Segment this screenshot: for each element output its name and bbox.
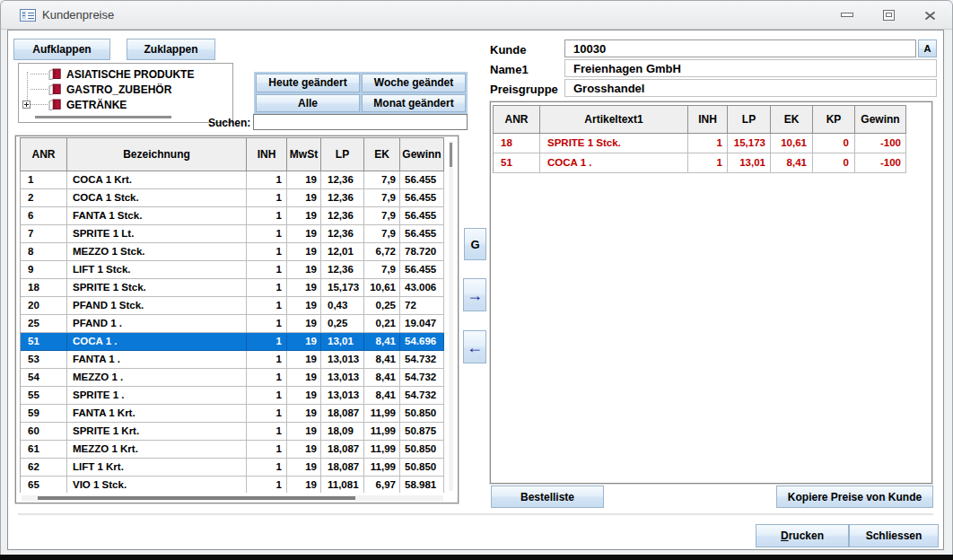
cell-ek: 7,9	[364, 189, 400, 207]
cell-lp: 13,013	[321, 351, 364, 369]
table-row[interactable]: 53 FANTA 1 . 1 19 13,013 8,41 54.732	[21, 351, 444, 369]
column-header[interactable]: INH	[247, 137, 287, 171]
cell-ek: 11,99	[364, 441, 400, 459]
column-header[interactable]: Gewinn	[855, 105, 906, 134]
table-row[interactable]: 51 COCA 1 . 1 13,01 8,41 0 -100	[494, 153, 906, 173]
cell-ek: 8,41	[364, 369, 400, 387]
table-row[interactable]: 7 SPRITE 1 Lt. 1 19 12,36 7,9 56.455	[21, 225, 444, 243]
table-row[interactable]: 20 PFAND 1 Stck. 1 19 0,43 0,25 72	[21, 297, 444, 315]
bestelliste-button[interactable]: Bestelliste	[491, 486, 604, 508]
article-table-vertical-scrollbar[interactable]	[449, 141, 453, 491]
monat-geaendert-button[interactable]: Monat geändert	[362, 94, 466, 113]
table-row[interactable]: 51 COCA 1 . 1 19 13,01 8,41 54.696	[21, 333, 444, 351]
cell-mwst: 19	[287, 315, 321, 333]
column-header[interactable]: LP	[321, 137, 364, 171]
horizontal-scroll-thumb[interactable]	[38, 496, 355, 500]
search-input[interactable]	[253, 114, 468, 130]
kunde-input[interactable]	[564, 39, 916, 57]
heute-geaendert-button[interactable]: Heute geändert	[256, 74, 360, 92]
cell-mwst: 19	[287, 171, 321, 189]
minimize-icon[interactable]	[837, 7, 857, 23]
cell-mwst: 19	[287, 189, 321, 207]
table-row[interactable]: 25 PFAND 1 . 1 19 0,25 0,21 19.047	[21, 315, 444, 333]
cell-gewinn: 50.850	[400, 459, 444, 477]
article-table-header: ANRBezeichnungINHMwStLPEKGewinn	[20, 137, 444, 171]
column-header[interactable]: INH	[688, 105, 728, 134]
schliessen-button[interactable]: Schliessen	[849, 524, 939, 547]
column-header[interactable]: Gewinn	[400, 137, 444, 171]
cell-gewinn: 54.696	[400, 333, 444, 351]
column-header[interactable]: EK	[364, 137, 400, 171]
table-row[interactable]: 59 FANTA 1 Krt. 1 19 18,087 11,99 50.850	[21, 405, 444, 423]
vertical-scroll-thumb[interactable]	[450, 143, 452, 167]
close-icon[interactable]	[920, 7, 940, 23]
expand-icon[interactable]	[22, 101, 31, 109]
table-row[interactable]: 60 SPRITE 1 Krt. 1 19 18,09 11,99 50.875	[21, 423, 444, 441]
cell-gewinn: -100	[855, 134, 906, 153]
zuklappen-button[interactable]: Zuklappen	[127, 39, 215, 60]
cell-ek: 7,9	[364, 261, 400, 279]
column-header[interactable]: LP	[728, 105, 771, 134]
cell-inh: 1	[247, 279, 287, 297]
cell-bezeichnung: MEZZO 1 .	[67, 369, 247, 387]
name1-input[interactable]	[564, 59, 937, 77]
left-arrow-icon: ←	[467, 339, 483, 355]
kundenpreise-window: { "window": { "title": "Kundenpreise" },…	[0, 0, 953, 560]
g-button[interactable]: G	[464, 228, 486, 260]
a-button[interactable]: A	[918, 39, 937, 57]
cell-gewinn: 56.455	[400, 261, 444, 279]
kopiere-preise-button[interactable]: Kopiere Preise von Kunde	[776, 486, 933, 508]
column-header[interactable]: MwSt	[287, 137, 321, 171]
aufklappen-label: Aufklappen	[32, 43, 91, 56]
table-row[interactable]: 2 COCA 1 Stck. 1 19 12,36 7,9 56.455	[21, 189, 444, 207]
column-header[interactable]: ANR	[494, 105, 540, 134]
drucken-button[interactable]: Drucken	[756, 524, 849, 547]
column-header[interactable]: Bezeichnung	[67, 137, 247, 171]
tree-horizontal-scrollbar[interactable]	[35, 116, 171, 118]
tree-item[interactable]: GETRÄNKE	[19, 97, 232, 112]
woche-geaendert-button[interactable]: Woche geändet	[362, 74, 466, 92]
table-row[interactable]: 55 SPRITE 1 . 1 19 13,013 8,41 54.732	[21, 387, 444, 405]
column-header[interactable]: KP	[813, 105, 855, 134]
cell-anr: 53	[21, 351, 67, 369]
alle-button[interactable]: Alle	[256, 94, 360, 113]
aufklappen-button[interactable]: Aufklappen	[13, 39, 110, 60]
cell-inh: 1	[247, 171, 287, 189]
column-header[interactable]: EK	[771, 105, 813, 134]
table-row[interactable]: 8 MEZZO 1 Stck. 1 19 12,01 6,72 78.720	[21, 243, 444, 261]
cell-mwst: 19	[287, 441, 321, 459]
table-row[interactable]: 61 MEZZO 1 Krt. 1 19 18,087 11,99 50.850	[21, 441, 444, 459]
article-table-horizontal-scrollbar[interactable]	[22, 495, 443, 501]
drucken-label: Drucken	[781, 529, 824, 542]
table-row[interactable]: 9 LIFT 1 Stck. 1 19 12,36 7,9 56.455	[21, 261, 444, 279]
g-label: G	[470, 238, 479, 251]
column-header[interactable]: Artikeltext1	[540, 105, 688, 134]
cell-inh: 1	[247, 207, 287, 225]
table-row[interactable]: 54 MEZZO 1 . 1 19 13,013 8,41 54.732	[21, 369, 444, 387]
cell-bezeichnung: COCA 1 Krt.	[67, 171, 247, 189]
move-right-button[interactable]: →	[463, 278, 486, 311]
titlebar: Kundenpreise	[1, 1, 952, 30]
cell-anr: 18	[21, 279, 67, 297]
table-row[interactable]: 1 COCA 1 Krt. 1 19 12,36 7,9 56.455	[21, 171, 444, 189]
preisgruppe-input[interactable]	[564, 79, 937, 97]
category-tree[interactable]: ASIATISCHE PRODUKTE GASTRO_ZUBEHÖR GETRÄ…	[18, 63, 233, 123]
move-left-button[interactable]: ←	[463, 330, 486, 363]
tree-item[interactable]: ASIATISCHE PRODUKTE	[19, 66, 232, 82]
tree-connector	[31, 104, 48, 105]
table-row[interactable]: 6 FANTA 1 Stck. 1 19 12,36 7,9 56.455	[21, 207, 444, 225]
table-row[interactable]: 62 LIFT 1 Krt. 1 19 18,087 11,99 50.850	[21, 459, 444, 477]
cell-lp: 13,01	[321, 333, 364, 351]
cell-anr: 59	[21, 405, 67, 423]
table-row[interactable]: 18 SPRITE 1 Stck. 1 15,173 10,61 0 -100	[494, 134, 906, 153]
tree-item[interactable]: GASTRO_ZUBEHÖR	[19, 82, 232, 97]
table-row[interactable]: 18 SPRITE 1 Stck. 1 19 15,173 10,61 43.0…	[21, 279, 444, 297]
column-header[interactable]: ANR	[21, 137, 67, 171]
cell-mwst: 19	[287, 279, 321, 297]
table-row[interactable]: 65 VIO 1 Stck. 1 19 11,081 6,97 58.981	[21, 477, 444, 493]
article-table-container: ANRBezeichnungINHMwStLPEKGewinn 1 COCA 1…	[15, 136, 459, 503]
cell-inh: 1	[247, 351, 287, 369]
cell-gewinn: 72	[400, 297, 444, 315]
restore-icon[interactable]	[879, 7, 898, 23]
footer-separator	[18, 513, 933, 515]
